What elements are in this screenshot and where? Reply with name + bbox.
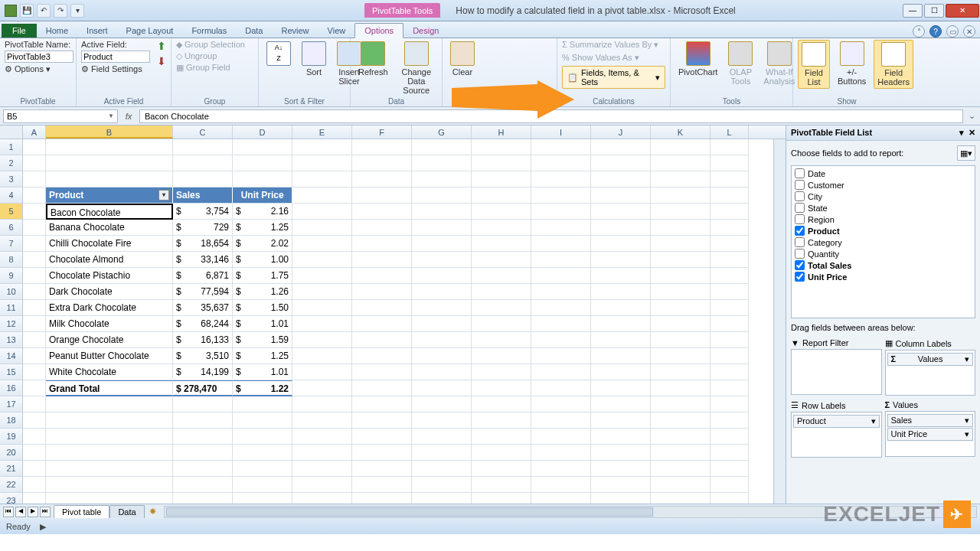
field-checkbox-total-sales[interactable]: Total Sales — [793, 259, 973, 271]
expand-formula-icon[interactable]: ⌄ — [966, 111, 977, 121]
pivotchart-button[interactable]: PivotChart — [675, 40, 720, 78]
cell[interactable] — [352, 477, 412, 493]
cell[interactable] — [412, 316, 472, 332]
row-header[interactable]: 11 — [0, 300, 23, 316]
row-header[interactable]: 21 — [0, 461, 23, 477]
cell[interactable] — [292, 461, 352, 477]
cell[interactable] — [412, 204, 472, 220]
cell[interactable] — [233, 461, 292, 477]
cell[interactable]: Product ▾ — [46, 187, 173, 204]
cell[interactable] — [46, 171, 173, 187]
cell[interactable] — [472, 155, 531, 171]
expand-field-icon[interactable]: ⬆ — [157, 40, 166, 52]
cell[interactable] — [233, 477, 292, 493]
cell[interactable] — [352, 364, 412, 380]
cell[interactable] — [651, 284, 710, 300]
cell[interactable] — [46, 155, 173, 171]
row-header[interactable]: 20 — [0, 445, 23, 461]
field-checkbox-product[interactable]: Product — [793, 225, 973, 236]
cell[interactable] — [412, 300, 472, 316]
cell[interactable] — [23, 300, 46, 316]
field-checkbox-date[interactable]: Date — [793, 168, 973, 179]
cell[interactable] — [472, 236, 531, 252]
cell[interactable] — [531, 236, 591, 252]
cell[interactable] — [352, 300, 412, 316]
sort-button[interactable]: Sort — [299, 40, 329, 78]
cell[interactable]: $ 6,871 — [173, 268, 233, 284]
macro-icon[interactable]: ▶ — [40, 522, 46, 532]
cell[interactable] — [352, 429, 412, 445]
row-header[interactable]: 12 — [0, 316, 23, 332]
sheet-nav-prev[interactable]: ◀ — [15, 507, 26, 517]
cell[interactable] — [23, 204, 46, 220]
cell[interactable] — [352, 252, 412, 268]
cell[interactable] — [23, 364, 46, 380]
cell[interactable] — [710, 220, 749, 236]
field-checkbox-category[interactable]: Category — [793, 236, 973, 248]
cell[interactable] — [651, 187, 710, 204]
window-options-icon[interactable]: ▭ — [946, 25, 959, 37]
cell[interactable] — [412, 332, 472, 348]
cell[interactable] — [710, 252, 749, 268]
cell[interactable]: $ 18,654 — [173, 236, 233, 252]
row-header[interactable]: 2 — [0, 155, 23, 171]
cell[interactable] — [472, 445, 531, 461]
cell[interactable] — [591, 187, 651, 204]
cell[interactable] — [352, 139, 412, 155]
cell[interactable] — [591, 493, 651, 504]
col-header[interactable]: E — [292, 126, 352, 139]
values-area[interactable]: Sales▾ Unit Price▾ — [885, 411, 976, 457]
cell[interactable] — [531, 204, 591, 220]
cell[interactable] — [531, 300, 591, 316]
sheet-nav-last[interactable]: ⏭ — [40, 507, 51, 517]
cell[interactable] — [651, 204, 710, 220]
cell[interactable] — [531, 396, 591, 412]
cell[interactable] — [412, 412, 472, 429]
cell[interactable] — [591, 204, 651, 220]
tab-view[interactable]: View — [318, 24, 355, 37]
cell[interactable] — [352, 204, 412, 220]
cell[interactable] — [710, 364, 749, 380]
cell[interactable] — [412, 171, 472, 187]
cell[interactable]: $ 16,133 — [173, 332, 233, 348]
cell[interactable] — [412, 220, 472, 236]
cell[interactable] — [412, 187, 472, 204]
cell[interactable] — [472, 364, 531, 380]
cell[interactable]: $ 1.01 — [233, 316, 292, 332]
cell[interactable]: $ 2.16 — [233, 204, 292, 220]
cell[interactable] — [23, 268, 46, 284]
cell[interactable] — [591, 332, 651, 348]
cell[interactable] — [591, 380, 651, 396]
cell[interactable] — [352, 396, 412, 412]
cell[interactable] — [23, 380, 46, 396]
row-header[interactable]: 15 — [0, 364, 23, 380]
cell[interactable]: Bacon Chocolate — [46, 204, 173, 220]
cell[interactable] — [651, 300, 710, 316]
cell[interactable] — [651, 364, 710, 380]
cell[interactable] — [173, 171, 233, 187]
cell[interactable]: $ 1.50 — [233, 300, 292, 316]
close-workbook-icon[interactable]: ✕ — [963, 25, 975, 37]
cell[interactable] — [292, 429, 352, 445]
cell[interactable] — [591, 155, 651, 171]
cell[interactable] — [292, 300, 352, 316]
cell[interactable] — [531, 445, 591, 461]
cell[interactable] — [292, 187, 352, 204]
field-checkbox-state[interactable]: State — [793, 202, 973, 214]
col-header[interactable]: I — [531, 126, 591, 139]
cell[interactable] — [412, 139, 472, 155]
cell[interactable] — [710, 155, 749, 171]
cell[interactable] — [472, 493, 531, 504]
cell[interactable]: $ 1.25 — [233, 348, 292, 364]
sheet-nav-first[interactable]: ⏮ — [3, 507, 14, 517]
cell[interactable]: $ 68,244 — [173, 316, 233, 332]
cell[interactable] — [591, 412, 651, 429]
cell[interactable] — [23, 316, 46, 332]
cell[interactable] — [710, 268, 749, 284]
group-field-button[interactable]: ▦ Group Field — [176, 63, 245, 73]
cell[interactable] — [233, 155, 292, 171]
cell[interactable] — [472, 187, 531, 204]
row-header[interactable]: 23 — [0, 493, 23, 504]
select-all-corner[interactable] — [0, 126, 23, 139]
cell[interactable] — [531, 252, 591, 268]
